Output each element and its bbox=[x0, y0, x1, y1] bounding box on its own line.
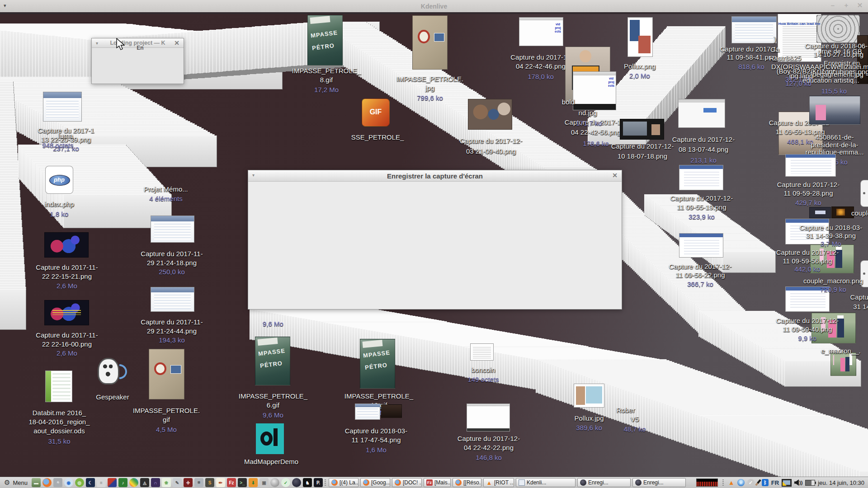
capture-2017-12-11-09-56-22-thumbnail[interactable] bbox=[679, 233, 723, 258]
camera-sphere-launcher-icon[interactable] bbox=[292, 478, 301, 487]
taskbar-window-button-1[interactable]: [Goog... bbox=[360, 478, 390, 487]
red-utility-launcher-icon[interactable]: ✚ bbox=[184, 478, 193, 487]
group-photo-thumbnail[interactable] bbox=[809, 96, 860, 125]
impasse-petrole-8-gif-thumbnail[interactable] bbox=[307, 15, 343, 66]
text-artifact: 14 10-27-10.png bbox=[814, 51, 863, 58]
tablet-1-thumbnail[interactable] bbox=[860, 180, 868, 207]
music-player-launcher-icon[interactable]: ♪ bbox=[118, 478, 127, 487]
pokerstars-launcher-icon[interactable]: P. bbox=[314, 478, 323, 487]
minimize-button[interactable]: – bbox=[827, 1, 838, 9]
capture-2017-12-11-09-58-41-thumbnail[interactable] bbox=[731, 16, 777, 43]
eye-viewer-launcher-icon[interactable]: ◉ bbox=[64, 478, 73, 487]
bluetooth-icon[interactable]: ᛒ bbox=[762, 479, 769, 486]
boncoin-filesize: 149 octets bbox=[467, 375, 499, 383]
spiral-image-thumbnail[interactable] bbox=[816, 15, 860, 43]
taskbar-window-button-2[interactable]: [DOC! ... bbox=[392, 478, 422, 487]
info-shield-icon[interactable]: i bbox=[737, 479, 745, 486]
notes-launcher-icon[interactable]: ✏ bbox=[216, 478, 225, 487]
gespeaker-thumbnail[interactable] bbox=[98, 358, 127, 387]
desktop: ▾ Kdenlive – + ✕ IMPASSE_PETROLE_8.gif17… bbox=[0, 0, 868, 488]
capture-2017-12-13-22-20-39-thumbnail[interactable] bbox=[43, 92, 82, 122]
firefox-launcher-icon[interactable] bbox=[42, 478, 52, 487]
text-artifact: 127,0 ko bbox=[785, 80, 811, 87]
capture-2017-12-10-18-07-18-thumbnail[interactable] bbox=[620, 119, 664, 140]
small-browser-thumb-thumbnail[interactable] bbox=[355, 404, 380, 420]
capture-2017-12-04-22-42-22-thumbnail[interactable] bbox=[467, 404, 510, 432]
capture-2017-11-22-22-15-21-thumbnail[interactable] bbox=[44, 232, 89, 258]
capture-2017-12-08-13-07-44-thumbnail[interactable] bbox=[678, 99, 725, 128]
display-icon[interactable] bbox=[782, 479, 792, 487]
close-icon[interactable]: ✕ bbox=[174, 39, 179, 47]
taskbar-window-button-5[interactable]: ▲[RIOT ... bbox=[483, 478, 514, 487]
audio-spectrum-monitor[interactable] bbox=[696, 479, 718, 487]
couple-photo-bottom-thumbnail[interactable] bbox=[830, 352, 856, 376]
keyboard-layout[interactable]: FR bbox=[771, 479, 779, 486]
madmapperdemo-thumbnail[interactable] bbox=[256, 423, 284, 454]
pollux-jpg-thumbnail[interactable] bbox=[574, 384, 604, 408]
capture-2017-11-22-22-16-00-thumbnail[interactable] bbox=[44, 300, 89, 325]
capture-2017-11-29-21-24-44-label: 29 21-24-44.png bbox=[147, 327, 197, 335]
window-tool-launcher-icon[interactable]: ▣ bbox=[259, 478, 269, 487]
impasse-petrole-gif-filesize: 4,5 Mo bbox=[156, 426, 177, 433]
taskbar-window-button-0[interactable]: [(4) La... bbox=[329, 478, 359, 487]
capture-2017-12-11-09-59-40-label: Capture du 2017-12- bbox=[776, 317, 839, 324]
lamp-thumb-thumbnail[interactable] bbox=[831, 206, 854, 218]
gespeaker-ghost-launcher-icon[interactable]: ⍨ bbox=[53, 478, 62, 487]
impasse-petrole-gif-thumbnail[interactable] bbox=[149, 349, 184, 399]
file-manager-launcher-icon[interactable]: ≡ bbox=[97, 478, 106, 487]
databit-ods-thumbnail[interactable] bbox=[45, 371, 72, 402]
sse-petrole-gif-icon-label: SSE_PETROLE_ bbox=[351, 133, 404, 141]
president-republique-photo-label: 4508661-de- bbox=[815, 133, 854, 141]
taskbar-window-button-3[interactable]: Fz[Mais... bbox=[424, 478, 451, 487]
battery-icon[interactable] bbox=[805, 480, 815, 486]
boncoin-thumbnail[interactable] bbox=[470, 343, 494, 361]
capture-2018-03-31-14-39-38-label: 31 14-39-38.png bbox=[806, 232, 856, 239]
taskbar-window-button-4[interactable]: [[Réso... bbox=[453, 478, 481, 487]
ribbon-media-launcher-icon[interactable] bbox=[108, 478, 117, 487]
sublime-text-launcher-icon[interactable]: S bbox=[205, 478, 214, 487]
impasse-petrole-jpg-thumbnail[interactable] bbox=[412, 15, 448, 70]
text-artifact: 9,6 Mo bbox=[263, 320, 283, 328]
clock[interactable]: jeu. 14 juin, 10:30 bbox=[818, 479, 864, 486]
night-app-launcher-icon[interactable]: ☾ bbox=[86, 478, 95, 487]
gray-sphere-launcher-icon[interactable] bbox=[270, 478, 279, 487]
editor-thumb-thumbnail[interactable] bbox=[809, 207, 831, 218]
volume-icon[interactable]: )) bbox=[794, 479, 802, 486]
pen-tool-launcher-icon[interactable]: ✎ bbox=[173, 478, 182, 487]
downloads-box-launcher-icon[interactable]: ⬇ bbox=[249, 478, 258, 487]
settings-manager-launcher-icon[interactable]: ▬ bbox=[32, 478, 41, 487]
unity-launcher-icon[interactable]: ◬ bbox=[140, 478, 149, 487]
capture-2017-12-03-21-09-40-thumbnail[interactable] bbox=[468, 99, 512, 130]
grapes-app-launcher-icon[interactable]: ❀ bbox=[162, 478, 171, 487]
close-button[interactable]: ✕ bbox=[854, 1, 865, 9]
spiral-app-launcher-icon[interactable]: ◎ bbox=[75, 478, 84, 487]
small-dark-thumb-thumbnail[interactable] bbox=[381, 404, 402, 418]
terminal-launcher-icon[interactable]: >_ bbox=[238, 478, 247, 487]
taskbar-window-button-6[interactable]: Kdenli... bbox=[516, 478, 576, 487]
capture-2017-11-29-21-24-44-thumbnail[interactable] bbox=[151, 287, 194, 312]
capture-2017-12-08-13-07-44-label: Capture du 2017-12- bbox=[672, 136, 735, 143]
capture-2017-12-11-09-59-28-thumbnail[interactable] bbox=[785, 154, 836, 177]
photo-viewer-launcher-icon[interactable] bbox=[129, 478, 138, 487]
dark-horse-app-launcher-icon[interactable]: ♞ bbox=[303, 478, 312, 487]
time-tracker-launcher-icon[interactable]: ✓ bbox=[281, 478, 290, 487]
maximize-button[interactable]: + bbox=[841, 1, 852, 9]
filezilla-launcher-icon[interactable]: Fz bbox=[227, 478, 236, 487]
update-check-icon[interactable]: ✓ bbox=[747, 479, 755, 486]
taskbar-window-button-8[interactable]: Enregi... bbox=[632, 478, 686, 487]
taskbar-window-button-7[interactable]: Enregi... bbox=[577, 478, 631, 487]
pollux-png-thumbnail[interactable] bbox=[627, 17, 653, 57]
vlc-tray-icon[interactable]: ▲ bbox=[728, 479, 735, 486]
capture-2017-11-29-21-24-18-thumbnail[interactable] bbox=[151, 216, 194, 243]
brush-icon[interactable] bbox=[755, 479, 761, 486]
menu-button[interactable]: ⚙ Menu bbox=[0, 477, 32, 488]
capture-2017-12-03-21-09-40-label: 03 21-09-40.png bbox=[466, 147, 516, 155]
close-icon[interactable]: ✕ bbox=[612, 172, 618, 179]
tray-separator bbox=[722, 479, 724, 486]
save-dialog-titlebar[interactable]: ▾ Enregistrer la capture d'écran ✕ bbox=[248, 170, 622, 182]
capture-2018-03-11-17-47-54-label: Capture du 2018-03- bbox=[345, 427, 407, 435]
audio-headphones-launcher-icon[interactable]: ∩ bbox=[151, 478, 160, 487]
capture-2017-12-08-13-07-44-filesize: 213,1 ko bbox=[690, 156, 717, 164]
calculator-launcher-icon[interactable]: ⌗ bbox=[194, 478, 203, 487]
capture-2017-12-11-09-55-19-thumbnail[interactable] bbox=[679, 165, 723, 190]
